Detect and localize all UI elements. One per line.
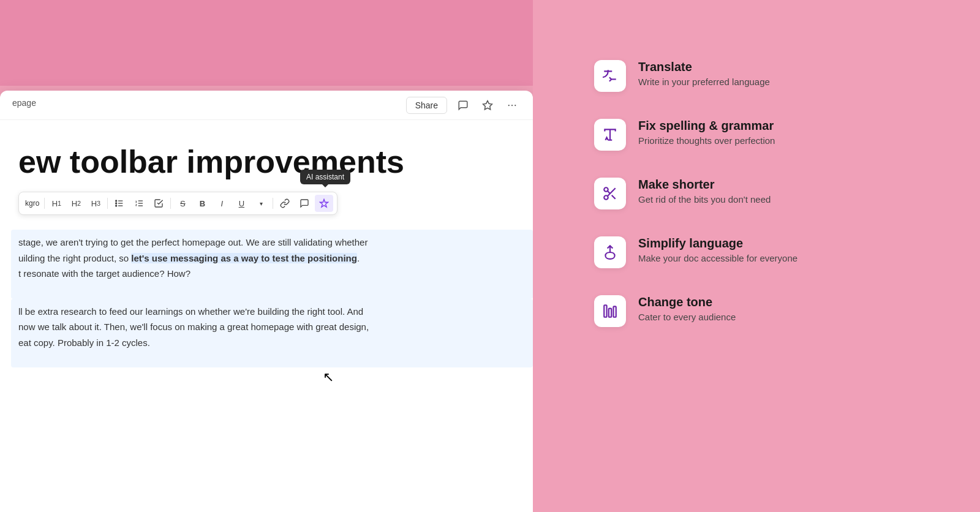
tone-title: Change tone	[638, 295, 931, 309]
svg-rect-20	[609, 309, 611, 317]
h1-button[interactable]: H1	[47, 195, 66, 212]
h3-button[interactable]: H3	[86, 195, 105, 212]
svg-point-14	[604, 187, 608, 192]
svg-point-2	[511, 104, 513, 105]
bold-button[interactable]: B	[193, 195, 211, 212]
inline-comment-button[interactable]	[295, 195, 314, 212]
simplify-feature[interactable]: Simplify language Make your doc accessib…	[582, 225, 943, 279]
strikethrough-button[interactable]: S	[173, 195, 192, 212]
doc-panel: epage Share	[0, 0, 533, 512]
checklist-button[interactable]	[149, 195, 168, 212]
toolbar-divider-4	[273, 198, 273, 209]
simplify-icon	[594, 236, 626, 268]
star-icon[interactable]	[479, 97, 496, 114]
share-button[interactable]: Share	[406, 97, 447, 114]
toolbar-divider-3	[170, 198, 171, 209]
change-tone-feature[interactable]: Change tone Cater to every audience	[582, 284, 943, 338]
simplify-title: Simplify language	[638, 236, 931, 250]
tone-icon	[594, 295, 626, 327]
make-shorter-feature[interactable]: Make shorter Get rid of the bits you don…	[582, 167, 943, 220]
tone-desc: Cater to every audience	[638, 312, 931, 322]
breadcrumb: epage	[12, 98, 36, 108]
svg-marker-0	[483, 100, 492, 109]
numbered-list-button[interactable]	[130, 195, 148, 212]
bullet-list-button[interactable]	[110, 195, 129, 212]
translate-icon	[594, 60, 626, 92]
spelling-icon	[594, 119, 626, 151]
spelling-title: Fix spelling & grammar	[638, 119, 931, 133]
underline-button[interactable]: U	[232, 195, 251, 212]
tone-text: Change tone Cater to every audience	[638, 295, 931, 322]
paragraph-1: stage, we aren't trying to get the perfe…	[18, 235, 410, 282]
translate-feature[interactable]: Translate Write in your preferred langua…	[582, 49, 943, 103]
highlighted-bold-text: let's use messaging as a way to test the…	[131, 253, 357, 263]
translate-title: Translate	[638, 60, 931, 74]
doc-window: epage Share	[0, 91, 533, 512]
svg-point-3	[514, 104, 516, 105]
header-actions: Share	[406, 97, 521, 114]
svg-line-17	[612, 195, 616, 199]
link-button[interactable]	[276, 195, 294, 212]
simplify-desc: Make your doc accessible for everyone	[638, 253, 931, 263]
ai-features-panel: Translate Write in your preferred langua…	[533, 0, 980, 512]
svg-point-9	[116, 205, 117, 206]
shorter-title: Make shorter	[638, 178, 931, 192]
shorter-text: Make shorter Get rid of the bits you don…	[638, 178, 931, 205]
formatting-toolbar: kgro H1 H2 H3	[18, 192, 337, 215]
toolbar-container: AI assistant kgro H1 H2 H3	[18, 192, 533, 215]
translate-text: Translate Write in your preferred langua…	[638, 60, 931, 87]
ai-tooltip: AI assistant	[300, 170, 350, 184]
spelling-desc: Prioritize thoughts over perfection	[638, 135, 931, 146]
doc-header: epage Share	[0, 91, 533, 120]
text-style-selector[interactable]: kgro	[23, 195, 42, 212]
svg-rect-19	[604, 305, 606, 317]
scissors-icon	[594, 178, 626, 209]
translate-desc: Write in your preferred language	[638, 77, 931, 87]
svg-line-18	[608, 191, 610, 194]
selected-text-block-2: ll be extra research to feed our learnin…	[11, 299, 533, 368]
svg-point-7	[116, 200, 117, 201]
doc-content: ew toolbar improvements AI assistant kgr…	[0, 120, 533, 392]
svg-rect-21	[613, 306, 616, 317]
spelling-text: Fix spelling & grammar Prioritize though…	[638, 119, 931, 146]
comment-icon[interactable]	[454, 97, 472, 114]
doc-title: ew toolbar improvements	[18, 145, 533, 179]
italic-button[interactable]: I	[213, 195, 231, 212]
simplify-text: Simplify language Make your doc accessib…	[638, 236, 931, 263]
shorter-desc: Get rid of the bits you don't need	[638, 194, 931, 205]
main-container: epage Share	[0, 0, 980, 512]
underline-dropdown[interactable]: ▾	[252, 195, 270, 212]
fix-spelling-feature[interactable]: Fix spelling & grammar Prioritize though…	[582, 108, 943, 162]
selected-text-block: stage, we aren't trying to get the perfe…	[11, 230, 533, 299]
paragraph-2: ll be extra research to feed our learnin…	[18, 304, 410, 351]
toolbar-divider-2	[107, 198, 108, 209]
toolbar-divider-1	[44, 198, 45, 209]
svg-point-8	[116, 203, 117, 204]
more-options-icon[interactable]	[503, 97, 521, 114]
svg-point-1	[508, 104, 510, 105]
ai-assistant-button[interactable]	[315, 195, 333, 212]
h2-button[interactable]: H2	[67, 195, 85, 212]
svg-point-15	[604, 195, 608, 200]
